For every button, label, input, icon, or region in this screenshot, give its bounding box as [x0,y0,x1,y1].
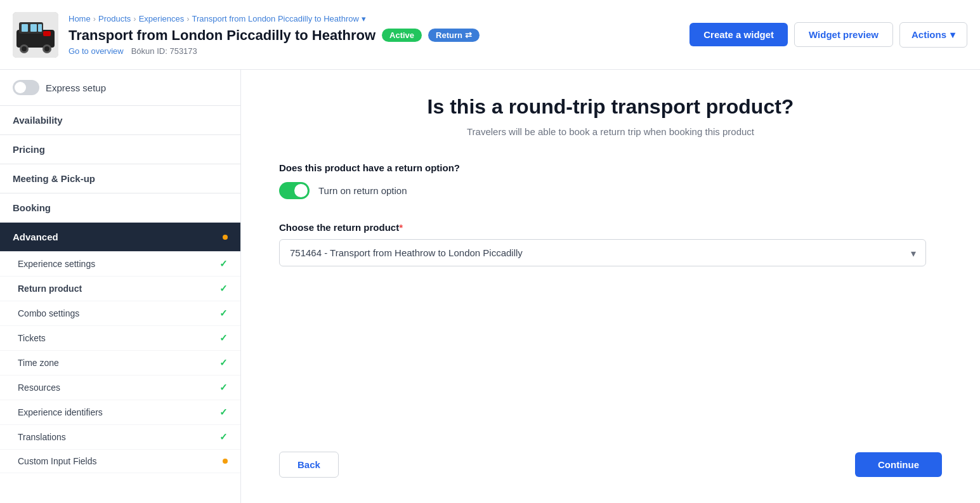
actions-label: Actions [911,29,946,40]
svg-rect-3 [22,24,28,32]
product-logo [13,12,58,58]
sub-item-label: Combo settings [18,308,79,318]
bokun-id-value: 753173 [169,46,197,56]
sidebar-item-label: Booking [13,202,51,213]
check-icon: ✓ [219,332,228,344]
express-setup-toggle[interactable] [13,80,39,95]
separator-3: › [186,14,189,23]
express-setup-label: Express setup [46,82,106,93]
return-option-toggle-row: Turn on return option [279,182,942,199]
check-icon: ✓ [219,283,228,294]
svg-point-9 [44,46,49,51]
return-product-select[interactable]: 751464 - Transport from Heathrow to Lond… [279,239,926,266]
header-info: Home › Products › Experiences › Transpor… [69,14,679,56]
dropdown-icon[interactable]: ▾ [362,14,366,23]
chevron-down-icon: ▾ [950,29,955,41]
sub-item-label: Translations [18,432,66,442]
sidebar-item-pricing[interactable]: Pricing [0,135,240,164]
footer-actions: Back Continue [279,426,942,478]
status-badge-active: Active [382,29,422,42]
orange-dot-icon [223,235,228,240]
sidebar-sub-item-experience-identifiers[interactable]: Experience identifiers ✓ [0,400,240,425]
back-button[interactable]: Back [279,452,339,478]
sidebar-sub-items: Experience settings ✓ Return product ✓ C… [0,252,240,473]
content-title: Is this a round-trip transport product? [279,95,942,119]
sidebar-sub-item-return-product[interactable]: Return product ✓ [0,277,240,301]
check-icon: ✓ [219,382,228,393]
header: Home › Products › Experiences › Transpor… [0,0,980,70]
svg-point-7 [22,46,27,51]
header-title-row: Transport from London Piccadilly to Heat… [69,27,679,44]
sub-item-label: Return product [18,284,82,294]
return-product-select-wrapper: 751464 - Transport from Heathrow to Lond… [279,239,926,266]
breadcrumb-home[interactable]: Home [69,14,91,23]
sidebar-item-label: Advanced [13,232,58,242]
header-sub: Go to overview Bókun ID: 753173 [69,46,679,56]
svg-rect-10 [43,31,51,36]
status-badge-return: Return ⇄ [428,29,480,42]
express-setup-row: Express setup [0,70,240,106]
sidebar-sub-item-combo-settings[interactable]: Combo settings ✓ [0,301,240,326]
sidebar-sub-item-experience-settings[interactable]: Experience settings ✓ [0,252,240,277]
bokun-label: Bókun ID: [131,46,167,56]
content-subtitle: Travelers will be able to book a return … [279,126,942,137]
return-option-question: Does this product have a return option? [279,162,942,173]
breadcrumb-experiences[interactable]: Experiences [139,14,185,23]
sidebar-item-label: Availability [13,115,63,126]
sub-item-label: Time zone [18,358,59,368]
actions-button[interactable]: Actions ▾ [899,22,967,48]
sidebar: Express setup Availability Pricing Meeti… [0,70,241,503]
return-option-toggle[interactable] [279,182,310,199]
continue-button[interactable]: Continue [855,452,942,477]
sub-item-label: Experience identifiers [18,407,103,417]
breadcrumb: Home › Products › Experiences › Transpor… [69,14,679,23]
sidebar-sub-item-tickets[interactable]: Tickets ✓ [0,326,240,351]
go-to-overview-link[interactable]: Go to overview [69,46,124,56]
svg-rect-5 [38,24,42,32]
sidebar-item-label: Pricing [13,144,45,155]
required-star: * [399,222,403,233]
check-icon: ✓ [219,357,228,369]
choose-return-product-label: Choose the return product* [279,222,942,233]
page-title: Transport from London Piccadilly to Heat… [69,27,376,44]
main-content: Is this a round-trip transport product? … [241,70,980,503]
bokun-id: Bókun ID: 753173 [131,46,197,56]
check-icon: ✓ [219,431,228,443]
sidebar-item-meeting-pickup[interactable]: Meeting & Pick-up [0,164,240,193]
sidebar-item-booking[interactable]: Booking [0,193,240,223]
create-widget-button[interactable]: Create a widget [689,23,788,46]
sub-item-label: Tickets [18,333,46,343]
sidebar-item-availability[interactable]: Availability [0,106,240,135]
separator-2: › [133,14,136,23]
sub-item-label: Experience settings [18,259,95,269]
sub-item-label: Resources [18,382,60,393]
sidebar-item-advanced[interactable]: Advanced [0,223,240,252]
svg-rect-4 [30,24,37,32]
widget-preview-button[interactable]: Widget preview [794,22,893,47]
check-icon: ✓ [219,407,228,418]
return-option-toggle-label: Turn on return option [318,185,407,196]
sidebar-sub-item-custom-input-fields[interactable]: Custom Input Fields [0,450,240,473]
main-layout: Express setup Availability Pricing Meeti… [0,70,980,503]
breadcrumb-current: Transport from London Piccadilly to Heat… [192,14,359,23]
sidebar-sub-item-translations[interactable]: Translations ✓ [0,425,240,450]
check-icon: ✓ [219,258,228,270]
check-icon: ✓ [219,308,228,319]
sidebar-item-label: Meeting & Pick-up [13,173,95,184]
separator-1: › [93,14,96,23]
sidebar-sub-item-resources[interactable]: Resources ✓ [0,376,240,400]
sub-item-label: Custom Input Fields [18,456,97,466]
orange-dot-icon [223,459,228,464]
sidebar-sub-item-time-zone[interactable]: Time zone ✓ [0,351,240,376]
breadcrumb-products[interactable]: Products [98,14,131,23]
header-actions: Create a widget Widget preview Actions ▾ [689,22,967,48]
